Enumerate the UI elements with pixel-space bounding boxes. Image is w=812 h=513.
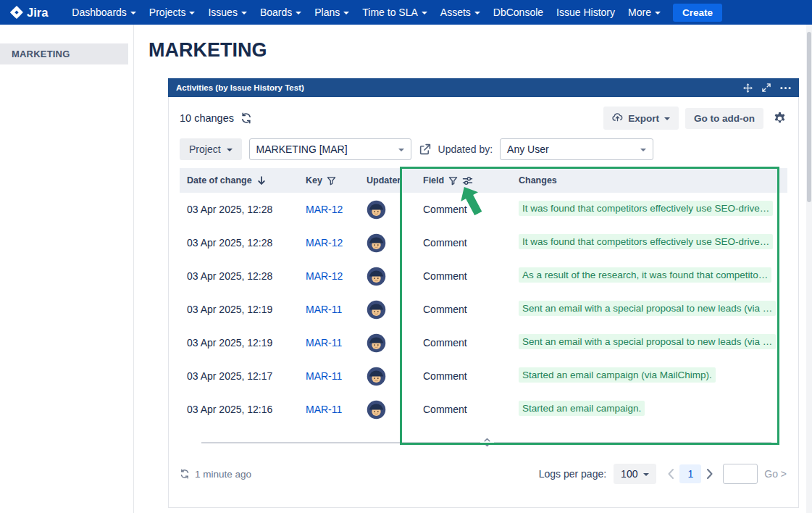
updated-by-value: Any User [507,143,549,155]
chevron-down-icon [474,12,480,14]
nav-item-dbconsole[interactable]: DbConsole [487,0,550,25]
top-nav: Jira Dashboards Projects Issues Boards P… [0,0,812,25]
export-button[interactable]: Export [603,107,679,130]
ellipsis-menu-icon[interactable] [780,86,791,90]
issue-key-link[interactable]: MAR-12 [306,204,343,215]
table-row: 03 Apr 2025, 12:17 MAR-11 Comment Starte… [180,359,787,393]
scope-dropdown-button[interactable]: Project [180,138,242,160]
nav-item-dashboards[interactable]: Dashboards [65,0,143,25]
row-field: Comment [417,270,513,282]
issue-key-link[interactable]: MAR-11 [306,370,342,382]
jira-brand[interactable]: Jira [10,6,48,20]
chevron-down-icon [664,117,670,120]
project-select[interactable]: MARKETING [MAR] [249,138,411,160]
nav-item-label: Time to SLA [362,7,418,18]
nav-item-projects[interactable]: Projects [143,0,202,25]
column-settings-sliders-icon[interactable] [462,176,473,185]
main-content: MARKETING Activities (by Issue History T… [135,25,806,513]
column-updater: Updater [361,175,417,185]
page-1-button[interactable]: 1 [679,464,701,483]
go-button[interactable]: Go > [764,468,787,480]
goto-page-input[interactable] [723,464,758,484]
nav-item-time-to-sla[interactable]: Time to SLA [356,0,434,25]
row-change-text: As a result of the research, it was foun… [519,267,771,283]
nav-item-boards[interactable]: Boards [254,0,308,25]
nav-item-issues[interactable]: Issues [201,0,253,25]
sidebar-item-marketing[interactable]: MARKETING [0,43,128,64]
issue-key-link[interactable]: MAR-12 [306,237,343,249]
updater-avatar[interactable] [367,200,386,220]
updater-avatar[interactable] [367,333,386,353]
project-select-value: MARKETING [MAR] [256,143,348,155]
expand-gadget-icon[interactable] [762,83,771,92]
chevron-down-icon [343,12,349,14]
nav-item-label: Boards [260,7,292,18]
filter-funnel-icon[interactable] [327,176,336,185]
nav-item-label: DbConsole [493,7,543,18]
row-field: Comment [417,370,513,382]
open-project-external-link-icon[interactable] [419,143,431,156]
nav-item-plans[interactable]: Plans [308,0,356,25]
issue-key-link[interactable]: MAR-11 [306,337,342,349]
create-button[interactable]: Create [673,4,722,22]
column-label: Field [423,175,444,185]
updater-avatar[interactable] [367,367,386,386]
sidebar: MARKETING [0,25,134,513]
chevron-down-icon [296,12,301,14]
goto-addon-button[interactable]: Go to add-on [685,108,763,129]
updater-avatar[interactable] [367,233,386,253]
updater-avatar[interactable] [367,300,386,320]
filter-funnel-icon[interactable] [448,176,458,185]
row-change-text: Started an email campaign (via MailChimp… [519,367,716,383]
row-change-text: Started an email campaign. [519,401,645,416]
row-date: 03 Apr 2025, 12:28 [180,204,300,215]
column-field[interactable]: Field [417,175,513,185]
nav-item-label: More [628,7,651,18]
table-body: 03 Apr 2025, 12:28 MAR-12 Comment It was… [180,193,787,426]
column-changes: Changes [513,175,787,185]
last-refresh-icon[interactable] [180,469,190,479]
chevron-down-icon [241,12,247,14]
row-field: Comment [417,404,513,415]
updated-by-select[interactable]: Any User [500,138,653,160]
nav-item-label: Issue History [556,7,615,18]
issue-key-link[interactable]: MAR-11 [306,304,342,315]
column-key[interactable]: Key [300,175,361,185]
logs-per-page-value: 100 [621,468,637,480]
column-date-of-change[interactable]: Date of change [180,175,300,185]
table-row: 03 Apr 2025, 12:19 MAR-11 Comment Sent a… [180,293,787,326]
previous-page-chevron-icon[interactable] [668,469,674,479]
nav-item-label: Dashboards [72,7,127,18]
logs-per-page-select[interactable]: 100 [614,464,656,484]
row-change-text: Sent an email with a special proposal to… [519,334,776,349]
refresh-icon[interactable] [240,112,252,124]
vertical-scrollbar[interactable] [806,25,812,513]
updater-avatar[interactable] [367,400,386,420]
table-row: 03 Apr 2025, 12:19 MAR-11 Comment Sent a… [180,326,787,359]
sort-descending-icon[interactable] [256,175,267,185]
row-field: Comment [417,304,513,315]
settings-gear-icon[interactable] [773,112,787,125]
chevron-down-icon [189,12,195,14]
chevron-down-icon [130,12,136,14]
column-label: Changes [519,175,557,185]
resize-handle-icon[interactable] [480,437,494,451]
row-date: 03 Apr 2025, 12:16 [180,404,300,415]
scrollbar-thumb[interactable] [807,32,811,202]
row-field: Comment [417,337,513,349]
move-gadget-icon[interactable] [743,83,753,93]
issue-key-link[interactable]: MAR-11 [306,404,342,415]
updater-avatar[interactable] [367,267,386,286]
column-label: Date of change [187,175,252,185]
nav-item-more[interactable]: More [621,0,667,25]
scope-label: Project [189,143,221,155]
issue-key-link[interactable]: MAR-12 [306,270,343,282]
nav-item-label: Projects [149,7,186,18]
row-date: 03 Apr 2025, 12:17 [180,370,300,382]
next-page-chevron-icon[interactable] [707,469,713,479]
nav-item-issue-history[interactable]: Issue History [550,0,621,25]
chevron-down-icon [643,473,649,476]
row-date: 03 Apr 2025, 12:19 [180,304,300,315]
nav-item-assets[interactable]: Assets [434,0,487,25]
table-row: 03 Apr 2025, 12:16 MAR-11 Comment Starte… [180,393,787,426]
